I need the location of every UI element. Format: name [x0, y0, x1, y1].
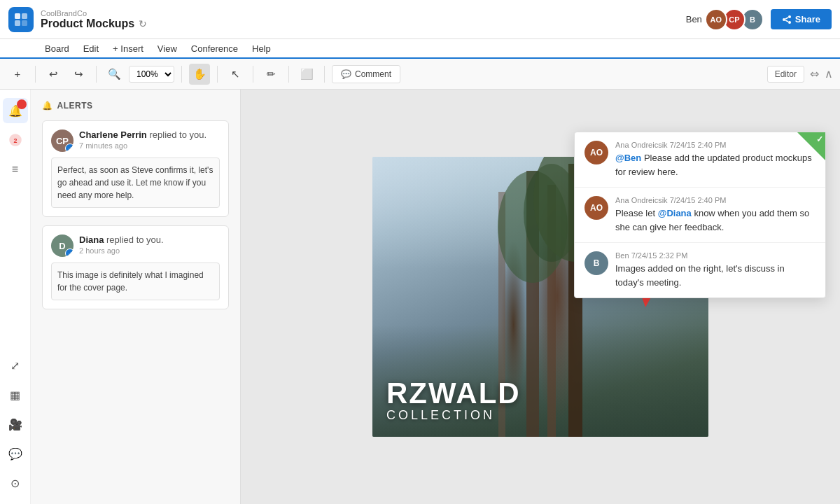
- mention-diana: @Diana: [658, 208, 692, 218]
- top-bar: CoolBrandCo Product Mockups ↻ Ben AO CP …: [0, 0, 840, 39]
- comment-avatar-1: AO: [584, 141, 608, 164]
- alert-body-2: This image is definitely what I imagined…: [51, 262, 220, 300]
- pen-tool-button[interactable]: ✏: [260, 64, 281, 85]
- avatar-group: AO CP B: [709, 8, 764, 31]
- avatar-1: AO: [705, 8, 727, 31]
- svg-line-7: [785, 18, 788, 19]
- divider-5: [253, 66, 253, 83]
- alerts-title: 🔔 ALERTS: [42, 101, 229, 111]
- alerts-bell-icon: 🔔: [42, 101, 53, 111]
- zoom-out-button[interactable]: 🔍: [104, 64, 125, 85]
- sync-icon[interactable]: ↻: [139, 18, 147, 29]
- left-sidebar-bottom: ⤢ ▦ 🎥 💬 ⊙: [3, 353, 28, 496]
- svg-rect-0: [15, 13, 20, 19]
- svg-text:2: 2: [13, 137, 17, 144]
- comment-text-1: @Ben Please add the updated product mock…: [615, 151, 816, 178]
- doc-title: Product Mockups: [41, 18, 134, 30]
- alert-card-2: D ✓ Diana replied to you. 2 hours ago Th…: [42, 225, 229, 309]
- svg-rect-3: [22, 20, 27, 26]
- verified-badge-1: ✓: [65, 144, 74, 152]
- divider-4: [217, 66, 218, 83]
- menu-help[interactable]: Help: [246, 41, 276, 57]
- select-tool-button[interactable]: ↖: [225, 64, 246, 85]
- divider-1: [35, 66, 36, 83]
- comment-label: Comment: [355, 69, 391, 79]
- mention-ben: @Ben: [615, 153, 641, 163]
- sidebar-menu-icon[interactable]: ≡: [3, 157, 28, 182]
- alert-body-1: Perfect, as soon as Steve confirms it, l…: [51, 158, 220, 208]
- alert-header-1: CP ✓ Charlene Perrin replied to you. 7 m…: [51, 130, 220, 152]
- svg-rect-2: [15, 20, 20, 26]
- main-content: 🔔 2 ≡ ⤢ ▦ 🎥 💬 ⊙ 🔔 ALERTS CP: [0, 90, 840, 504]
- alert-header-2: D ✓ Diana replied to you. 2 hours ago: [51, 234, 220, 257]
- toolbar-right: Editor ⇔ ∧: [767, 66, 833, 83]
- comment-entry-3: B Ben 7/24/15 2:32 PM Images added on th…: [575, 243, 825, 298]
- sidebar-video-icon[interactable]: 🎥: [3, 412, 28, 437]
- comment-meta-2: Ana Ondreicsik 7/24/15 2:40 PM: [615, 196, 816, 204]
- alert-avatar-1: CP ✓: [51, 130, 74, 152]
- comment-icon: 💬: [341, 69, 351, 79]
- menu-view[interactable]: View: [152, 41, 183, 57]
- menu-board[interactable]: Board: [39, 41, 75, 57]
- doc-title-row: Product Mockups ↻: [41, 18, 686, 30]
- canvas-subtitle: COLLECTION: [386, 408, 521, 423]
- comment-button[interactable]: 💬 Comment: [332, 65, 400, 83]
- canvas-area[interactable]: RZWALD COLLECTION ✓ AO Ana Ondreicsik 7/…: [241, 90, 840, 504]
- sidebar-bell-icon[interactable]: 🔔: [3, 98, 28, 123]
- hand-tool-button[interactable]: ✋: [189, 64, 210, 85]
- menu-conference[interactable]: Conference: [186, 41, 244, 57]
- sidebar-chat-icon[interactable]: 💬: [3, 441, 28, 466]
- comment-body-2: Ana Ondreicsik 7/24/15 2:40 PM Please le…: [615, 196, 816, 234]
- alert-username-2: Diana: [79, 234, 104, 245]
- comment-entry-2: AO Ana Ondreicsik 7/24/15 2:40 PM Please…: [575, 188, 825, 243]
- menu-edit[interactable]: Edit: [78, 41, 104, 57]
- menu-insert[interactable]: + Insert: [107, 41, 149, 57]
- sidebar-timer-icon[interactable]: ⊙: [3, 470, 28, 496]
- left-sidebar: 🔔 2 ≡ ⤢ ▦ 🎥 💬 ⊙: [0, 90, 31, 504]
- alert-time-2: 2 hours ago: [79, 246, 220, 255]
- alert-action-1: replied to you.: [149, 130, 206, 140]
- comment-text-3: Images added on the right, let's discuss…: [615, 262, 816, 289]
- comment-body-3: Ben 7/24/15 2:32 PM Images added on the …: [615, 251, 816, 289]
- zoom-select[interactable]: 100% 75% 50% 125%: [129, 66, 174, 83]
- notification-badge: [17, 99, 27, 109]
- alert-card-1: CP ✓ Charlene Perrin replied to you. 7 m…: [42, 120, 229, 217]
- menu-bar: Board Edit + Insert View Conference Help: [0, 39, 840, 59]
- divider-3: [181, 66, 182, 83]
- alert-username-1: Charlene Perrin: [79, 130, 147, 140]
- comment-meta-3: Ben 7/24/15 2:32 PM: [615, 251, 816, 260]
- comment-body-1: Ana Ondreicsik 7/24/15 2:40 PM @Ben Plea…: [615, 141, 816, 178]
- redo-button[interactable]: ↪: [68, 64, 89, 85]
- divider-7: [324, 66, 325, 83]
- svg-point-6: [788, 21, 791, 24]
- sidebar-status-icon[interactable]: 2: [3, 127, 28, 153]
- comment-entry-1: AO Ana Ondreicsik 7/24/15 2:40 PM @Ben P…: [575, 132, 825, 188]
- canvas-text: RZWALD COLLECTION: [372, 365, 535, 437]
- alert-text-2: Diana replied to you.: [79, 234, 220, 245]
- sidebar-arrow-icon[interactable]: ⤢: [3, 353, 28, 378]
- svg-point-5: [788, 15, 791, 18]
- editor-label: Editor: [767, 66, 804, 83]
- alert-meta-1: Charlene Perrin replied to you. 7 minute…: [79, 130, 220, 150]
- sidebar-grid-icon[interactable]: ▦: [3, 382, 28, 407]
- share-label: Share: [795, 14, 820, 24]
- expand-button[interactable]: ⇔: [810, 67, 819, 80]
- comment-meta-1: Ana Ondreicsik 7/24/15 2:40 PM: [615, 141, 816, 149]
- title-area: CoolBrandCo Product Mockups ↻: [41, 9, 686, 30]
- svg-point-4: [783, 18, 785, 21]
- app-logo: [8, 7, 34, 32]
- user-label: Ben: [686, 14, 702, 24]
- collapse-button[interactable]: ∧: [825, 67, 833, 80]
- divider-2: [96, 66, 97, 83]
- share-button[interactable]: Share: [771, 9, 832, 29]
- canvas-title: RZWALD: [386, 379, 521, 408]
- divider-6: [288, 66, 289, 83]
- shapes-button[interactable]: ⬜: [296, 64, 317, 85]
- alert-action-2: replied to you.: [106, 234, 164, 245]
- svg-line-8: [785, 20, 788, 22]
- top-bar-right: Ben AO CP B Share: [686, 8, 832, 31]
- add-button[interactable]: +: [7, 64, 28, 85]
- brand-name: CoolBrandCo: [41, 9, 686, 18]
- comment-avatar-2: AO: [584, 196, 608, 220]
- undo-button[interactable]: ↩: [43, 64, 64, 85]
